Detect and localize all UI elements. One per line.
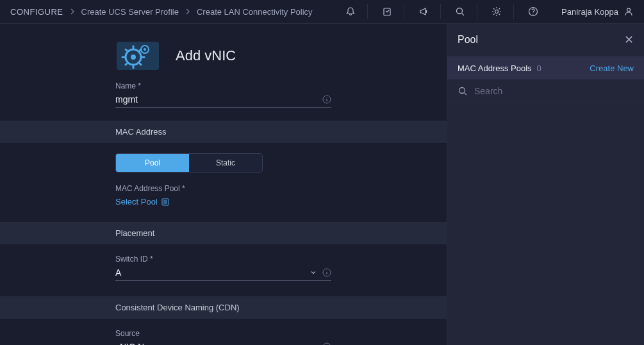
top-bar: CONFIGURE Create UCS Server Profile Crea… [0,0,644,24]
panel-search-input[interactable] [474,86,634,96]
search-icon [458,86,468,96]
info-icon[interactable] [322,95,331,104]
svg-rect-5 [117,42,159,70]
svg-point-1 [457,8,463,14]
svg-point-14 [459,88,465,94]
panel-search-row [447,80,644,103]
switch-id-value: A [115,267,310,278]
close-icon[interactable]: ✕ [624,33,634,47]
toggle-static[interactable]: Static [189,154,262,172]
gear-icon[interactable] [489,4,514,19]
user-menu[interactable]: Paniraja Koppa [561,6,634,17]
svg-point-2 [495,10,499,13]
mac-section-header: MAC Address [0,121,447,143]
chevron-down-icon [310,269,317,276]
page-title: Add vNIC [176,47,236,64]
help-icon[interactable] [525,4,550,19]
mac-type-toggle: Pool Static [115,153,263,172]
select-pool-label: Select Pool [115,197,158,206]
side-panel: Pool ✕ MAC Address Pools 0 Create New [447,24,644,345]
panel-subheader: MAC Address Pools 0 Create New [447,57,644,80]
breadcrumb: CONFIGURE Create UCS Server Profile Crea… [10,7,313,17]
name-input[interactable] [115,94,322,105]
breadcrumb-root[interactable]: CONFIGURE [10,7,63,17]
mac-pool-label: MAC Address Pool * [115,184,331,193]
form-column: Add vNIC Name * MAC Address Pool Static … [0,24,447,345]
main-area: Add vNIC Name * MAC Address Pool Static … [0,24,644,345]
panel-title: Pool [458,34,478,46]
svg-point-9 [144,48,146,51]
bell-icon[interactable] [343,4,368,19]
select-pool-link[interactable]: Select Pool [115,197,169,206]
mac-section-body: Pool Static MAC Address Pool * Select Po… [0,143,447,222]
cdn-section-body: Source vNIC Name [0,319,447,345]
chevron-right-icon [70,8,75,15]
megaphone-icon[interactable] [416,4,441,19]
svg-point-4 [627,8,631,12]
source-select[interactable]: vNIC Name [115,342,331,345]
placement-section-header: Placement [0,222,447,244]
create-new-link[interactable]: Create New [590,63,634,73]
info-icon[interactable] [322,342,331,345]
source-value: vNIC Name [115,342,310,345]
panel-header: Pool ✕ [447,24,644,57]
toggle-pool[interactable]: Pool [116,154,189,172]
placement-section-body: Switch ID * A [0,244,447,296]
gears-graphic-icon [115,37,160,75]
chevron-right-icon [185,8,190,15]
panel-subtitle: MAC Address Pools [458,63,532,73]
user-name: Paniraja Koppa [561,7,618,17]
breadcrumb-item-policy[interactable]: Create LAN Connectivity Policy [197,7,313,17]
topbar-actions: Paniraja Koppa [343,4,634,19]
source-label: Source [115,329,331,338]
list-icon [161,198,169,206]
switch-id-label: Switch ID * [115,255,331,264]
info-icon[interactable] [322,268,331,277]
svg-point-7 [131,55,136,60]
name-field-block: Name * [0,81,447,121]
search-icon[interactable] [452,4,477,19]
panel-count: 0 [537,63,541,73]
user-icon [623,6,634,17]
title-row: Add vNIC [0,24,447,81]
clipboard-icon[interactable] [379,4,404,19]
switch-id-select[interactable]: A [115,267,331,281]
name-label: Name * [115,81,331,90]
cdn-section-header: Consistent Device Naming (CDN) [0,296,447,319]
breadcrumb-item-profile[interactable]: Create UCS Server Profile [81,7,179,17]
